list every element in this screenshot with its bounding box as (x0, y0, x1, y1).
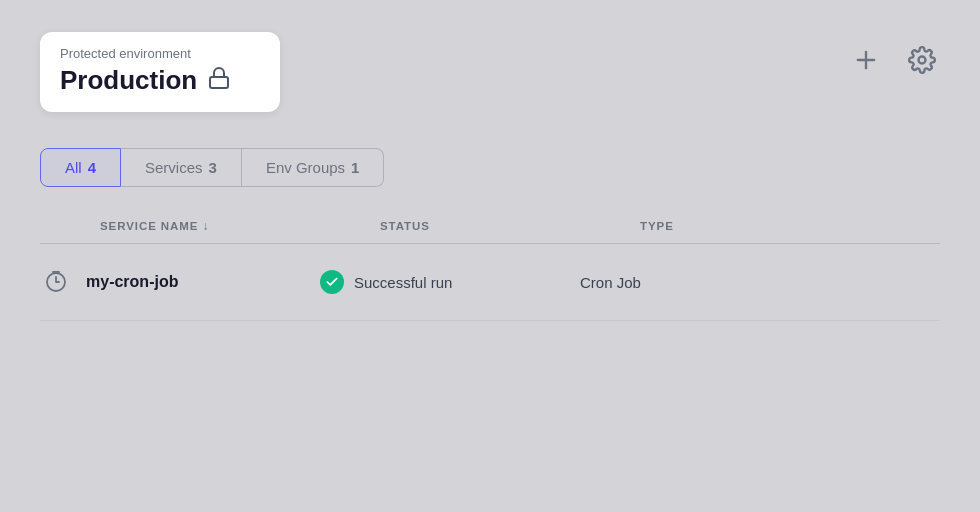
status-cell: Successful run (320, 270, 580, 294)
tabs: All 4 Services 3 Env Groups 1 (40, 148, 940, 187)
env-title: Production (60, 65, 197, 96)
table-row[interactable]: my-cron-job Successful run Cron Job (40, 244, 940, 321)
svg-rect-0 (210, 77, 228, 88)
svg-point-3 (919, 57, 926, 64)
status-success-icon (320, 270, 344, 294)
tab-services-label: Services (145, 159, 203, 176)
lock-icon (207, 66, 231, 96)
tab-all[interactable]: All 4 (40, 148, 121, 187)
env-card: Protected environment Production (40, 32, 280, 112)
header: Protected environment Production (40, 32, 940, 112)
tab-all-label: All (65, 159, 82, 176)
col-header-type: TYPE (640, 219, 840, 233)
header-actions (848, 32, 940, 78)
table-container: SERVICE NAME ↓ STATUS TYPE my-cron-j (40, 219, 940, 321)
add-button[interactable] (848, 42, 884, 78)
env-label: Protected environment (60, 46, 260, 61)
tab-services-count: 3 (209, 159, 217, 176)
tab-env-groups-label: Env Groups (266, 159, 345, 176)
tab-services[interactable]: Services 3 (121, 148, 242, 187)
col-header-status: STATUS (380, 219, 640, 233)
table-header: SERVICE NAME ↓ STATUS TYPE (40, 219, 940, 244)
settings-button[interactable] (904, 42, 940, 78)
tab-all-count: 4 (88, 159, 96, 176)
sort-arrow-icon: ↓ (202, 219, 209, 233)
col-header-service-name: SERVICE NAME ↓ (100, 219, 380, 233)
status-text: Successful run (354, 274, 452, 291)
type-cell: Cron Job (580, 274, 780, 291)
cron-job-icon (40, 266, 72, 298)
service-name: my-cron-job (86, 273, 178, 291)
env-title-row: Production (60, 65, 260, 96)
tab-env-groups[interactable]: Env Groups 1 (242, 148, 385, 187)
service-name-cell: my-cron-job (40, 266, 320, 298)
tab-env-groups-count: 1 (351, 159, 359, 176)
page-container: Protected environment Production (0, 0, 980, 512)
